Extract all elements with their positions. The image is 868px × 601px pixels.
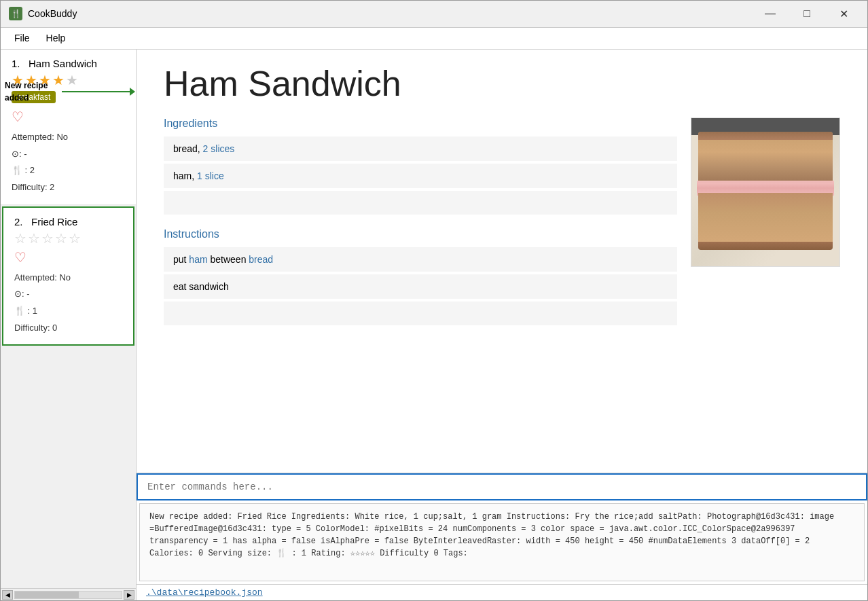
ingredient-qty-2: 1 slice [197,170,224,181]
recipe-item-ham-sandwich[interactable]: 1. Ham Sandwich ★★★★★ breakfast ♡ Attemp… [1,50,136,205]
recipe-heart-2: ♡ [14,249,122,266]
app-title: CookBuddy [28,8,77,19]
instruction-highlight-1: ham [189,254,207,265]
arrow-line [62,91,130,92]
hscroll-right-btn[interactable]: ▶ [124,590,134,600]
titlebar: 🍴 CookBuddy — □ ✕ [1,1,867,28]
sidebar-hscroll: ◀ ▶ [1,588,136,600]
titlebar-left: 🍴 CookBuddy [9,7,77,20]
menu-file[interactable]: File [6,30,38,46]
hscroll-left-btn[interactable]: ◀ [2,590,13,600]
filepath-text: .\data\recipebook.json [146,587,263,598]
annotation-arrow [62,88,135,96]
window-frame: 🍴 CookBuddy — □ ✕ File Help New recipe a… [0,0,868,601]
log-area: New recipe added: Fried Rice Ingredients… [139,503,865,581]
instruction-spacer [164,302,677,325]
bread-bottom-top [698,193,833,244]
recipe-title: Ham Sandwich [164,63,840,104]
maximize-button[interactable]: □ [791,3,822,24]
close-button[interactable]: ✕ [828,3,859,24]
recipe-detail: Ham Sandwich Ingredients bread, 2 slices… [137,50,867,473]
ingredient-qty-1: 2 slices [203,143,235,154]
content-area: Ham Sandwich Ingredients bread, 2 slices… [137,50,867,600]
ingredient-row-2: ham, 1 slice [164,164,677,188]
sidebar-scroll-area[interactable]: 1. Ham Sandwich ★★★★★ breakfast ♡ Attemp… [1,50,136,588]
body-wrapper: New recipe added 1. Ham Sandwich ★★★★★ b… [1,50,867,600]
crust-top [698,132,833,140]
recipe-image [691,117,840,267]
recipe-meta-1: Attempted: No ⊙: - 🍴 : 2 Difficulty: 2 [12,129,125,196]
bottom-area: New recipe added: Fried Rice Ingredients… [137,473,867,600]
app-icon: 🍴 [9,7,22,20]
log-text: New recipe added: Fried Rice Ingredients… [149,512,834,558]
titlebar-controls: — □ ✕ [755,3,859,24]
recipe-stars-2: ☆☆☆☆☆ [14,230,122,247]
recipe-number-1: 1. Ham Sandwich [12,58,125,69]
crust-bottom [698,242,833,250]
instruction-highlight-2: bread [249,254,273,265]
recipe-meta-2: Attempted: No ⊙: - 🍴 : 1 Difficulty: 0 [14,270,122,337]
annotation-text: New recipe added [1,79,62,104]
hscroll-thumb[interactable] [15,591,79,598]
ingredients-label: Ingredients [164,117,677,130]
instruction-row-1: put ham between bread [164,247,677,272]
sidebar: 1. Ham Sandwich ★★★★★ breakfast ♡ Attemp… [1,50,137,600]
menubar: File Help [1,28,867,50]
ingredient-spacer [164,191,677,215]
detail-content: Ingredients bread, 2 slices ham, 1 slice… [164,117,677,328]
instructions-label: Instructions [164,228,677,240]
recipe-heart-1: ♡ [12,109,125,125]
command-input[interactable] [137,473,867,500]
ingredient-row-1: bread, 2 slices [164,136,677,161]
minimize-button[interactable]: — [755,3,786,24]
annotation-container: New recipe added [1,79,135,104]
recipe-item-fried-rice[interactable]: 2. Fried Rice ☆☆☆☆☆ ♡ Attempted: No ⊙: -… [2,206,134,346]
instruction-row-2: eat sandwich [164,274,677,299]
hscroll-track[interactable] [14,591,122,599]
filepath[interactable]: .\data\recipebook.json [137,584,867,600]
recipe-number-2: 2. Fried Rice [14,216,122,227]
arrow-head [130,88,135,96]
detail-layout: Ingredients bread, 2 slices ham, 1 slice… [164,117,840,328]
menu-help[interactable]: Help [38,30,74,46]
